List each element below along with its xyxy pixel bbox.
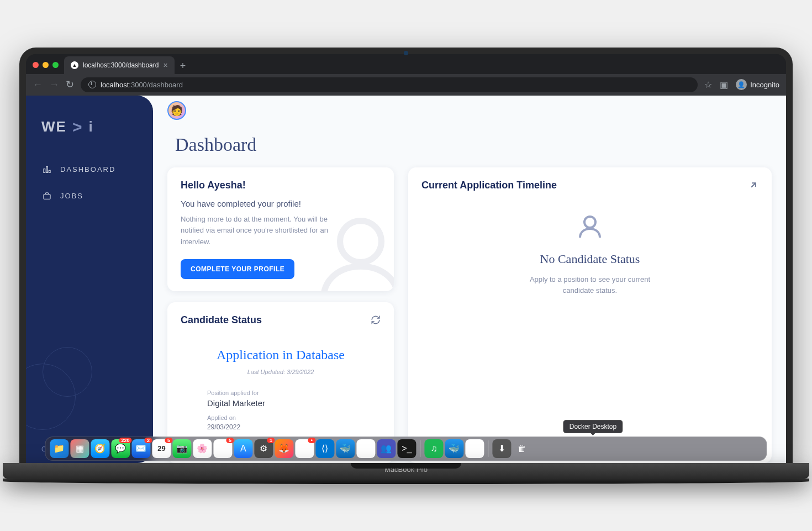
svg-rect-1 [46, 166, 48, 172]
svg-point-4 [340, 220, 382, 262]
browser-tab-strip: ▲ localhost:3000/dashboard × + [26, 54, 786, 74]
sidebar-item-dashboard[interactable]: DASHBOARD [26, 156, 153, 183]
decorative-circle [43, 347, 92, 397]
card-title: Current Application Timeline [421, 180, 557, 191]
hello-title: Hello Ayesha! [181, 180, 381, 191]
dock-app-calendar[interactable]: 295 [152, 439, 171, 458]
dock-app-reminders[interactable]: ☑5 [213, 439, 232, 458]
laptop-bezel: ▲ localhost:3000/dashboard × + ← → ↻ [19, 48, 793, 463]
tab-favicon-icon: ▲ [71, 61, 78, 69]
dock-app-photos[interactable]: 🌸 [193, 439, 212, 458]
dock-app-teams[interactable]: 👥 [377, 439, 396, 458]
dock-app-safari[interactable]: 🧭 [91, 439, 109, 458]
dock-badge: 1 [267, 438, 275, 443]
hello-subtitle: You have completed your profile! [181, 199, 381, 208]
position-value: Digital Marketer [207, 398, 354, 408]
dock-app-downloads[interactable]: ⬇ [492, 439, 511, 458]
window-minimize[interactable] [43, 62, 49, 68]
dock-app-trash[interactable]: 🗑 [513, 439, 531, 458]
tab-title: localhost:3000/dashboard [83, 61, 159, 69]
dock-app-chrome[interactable]: ◉ [465, 439, 484, 458]
avatar[interactable]: 🧑 [167, 101, 186, 120]
incognito-icon: 👤 [736, 79, 747, 90]
position-label: Position applied for [207, 390, 354, 396]
empty-state-title: No Candidate Status [438, 252, 742, 266]
dock-app-messages[interactable]: 💬220 [111, 439, 130, 458]
dock-badge: 5 [226, 438, 234, 443]
camera-dot [404, 51, 408, 55]
dock-app-spotify[interactable]: ♫ [424, 439, 443, 458]
user-icon [577, 213, 603, 240]
dock-app-terminal[interactable]: >_ [397, 439, 416, 458]
applied-on-value: 29/03/2022 [207, 423, 354, 431]
dock-app-launchpad[interactable]: ▦ [70, 439, 89, 458]
url-host: localhost [101, 81, 129, 89]
sidebar-item-jobs[interactable]: JOBS [26, 183, 153, 209]
url-path: :3000/dashboard [129, 81, 183, 89]
complete-profile-button[interactable]: COMPLETE YOUR PROFILE [181, 259, 294, 279]
dock-separator [488, 440, 488, 457]
card-title: Candidate Status [181, 314, 262, 326]
sidebar-item-label: JOBS [60, 192, 83, 200]
refresh-icon[interactable] [371, 315, 381, 325]
browser-toolbar: ← → ↻ localhost:3000/dashboard ☆ ▣ 👤 [26, 74, 786, 96]
nav-reload-icon[interactable]: ↻ [66, 80, 74, 90]
applied-on-label: Applied on [207, 414, 354, 421]
expand-icon[interactable] [748, 180, 758, 190]
window-zoom[interactable] [52, 62, 59, 68]
timeline-card: Current Application Timeline No Candidat… [408, 167, 772, 463]
dock-badge: 2 [144, 438, 152, 443]
browser-window: ▲ localhost:3000/dashboard × + ← → ↻ [26, 54, 786, 463]
svg-rect-3 [44, 194, 50, 199]
dashboard-icon [43, 165, 51, 174]
person-silhouette-icon [311, 208, 394, 291]
incognito-label: Incognito [750, 81, 779, 89]
sidebar-item-label: DASHBOARD [60, 165, 115, 174]
briefcase-icon [43, 192, 51, 201]
dock-app-firefox[interactable]: 🦊 [275, 439, 293, 458]
new-tab-button[interactable]: + [175, 58, 192, 74]
laptop-foot [3, 479, 809, 484]
dock-app-vscode[interactable]: ⟨⟩ [315, 439, 334, 458]
dock-app-mail[interactable]: ✉️2 [131, 439, 150, 458]
laptop-base: MacBook Pro [3, 463, 809, 479]
extensions-icon[interactable]: ▣ [720, 80, 728, 90]
screen: ▲ localhost:3000/dashboard × + ← → ↻ [26, 54, 786, 463]
dock-app-office[interactable]: ▮ [356, 439, 375, 458]
dock-badge: 220 [119, 438, 131, 443]
status-title: Application in Database [203, 346, 358, 365]
window-close[interactable] [33, 62, 39, 68]
site-info-icon[interactable] [88, 81, 96, 88]
logo-part-i: i [88, 118, 93, 135]
nav-back-icon[interactable]: ← [33, 80, 43, 90]
svg-rect-0 [44, 169, 45, 172]
laptop-notch [351, 463, 461, 469]
dock-app-docker2[interactable]: 🐳 [445, 439, 463, 458]
dock-badge: 5 [165, 438, 172, 443]
page-title: Dashboard [167, 120, 772, 167]
address-bar[interactable]: localhost:3000/dashboard [81, 77, 698, 92]
browser-tab-active[interactable]: ▲ localhost:3000/dashboard × [64, 56, 175, 74]
dock-app-facetime[interactable]: 📷 [172, 439, 191, 458]
sidebar: WE > i DASHBOARD JOBS [26, 96, 153, 463]
dock: 📁▦🧭💬220✉️2295📷🌸☑5A⚙1🦊✳•⟨⟩🐳▮👥>_♫🐳◉⬇🗑 [45, 437, 767, 461]
bookmark-icon[interactable]: ☆ [704, 80, 712, 90]
dock-app-docker[interactable]: 🐳 [336, 439, 355, 458]
nav-forward-icon[interactable]: → [49, 80, 59, 90]
tab-close-icon[interactable]: × [163, 61, 167, 70]
empty-state-description: Apply to a position to see your current … [529, 274, 651, 297]
dock-app-finder[interactable]: 📁 [50, 439, 68, 458]
dock-app-slack[interactable]: ✳• [295, 439, 314, 458]
hello-card: Hello Ayesha! You have completed your pr… [167, 167, 394, 291]
window-controls [30, 59, 64, 71]
dock-container: Docker Desktop 📁▦🧭💬220✉️2295📷🌸☑5A⚙1🦊✳•⟨⟩… [45, 437, 767, 461]
webpage-viewport: WE > i DASHBOARD JOBS [26, 96, 786, 463]
dock-app-appstore[interactable]: A [234, 439, 252, 458]
incognito-indicator[interactable]: 👤 Incognito [736, 79, 779, 90]
dock-app-settings[interactable]: ⚙1 [254, 439, 273, 458]
dock-separator [420, 440, 420, 457]
dock-badge: • [308, 438, 315, 443]
logo[interactable]: WE > i [26, 111, 153, 156]
topbar: 🧑 [167, 101, 772, 120]
main-content: 🧑 Dashboard Hello Ayesha! You have compl… [153, 96, 786, 463]
